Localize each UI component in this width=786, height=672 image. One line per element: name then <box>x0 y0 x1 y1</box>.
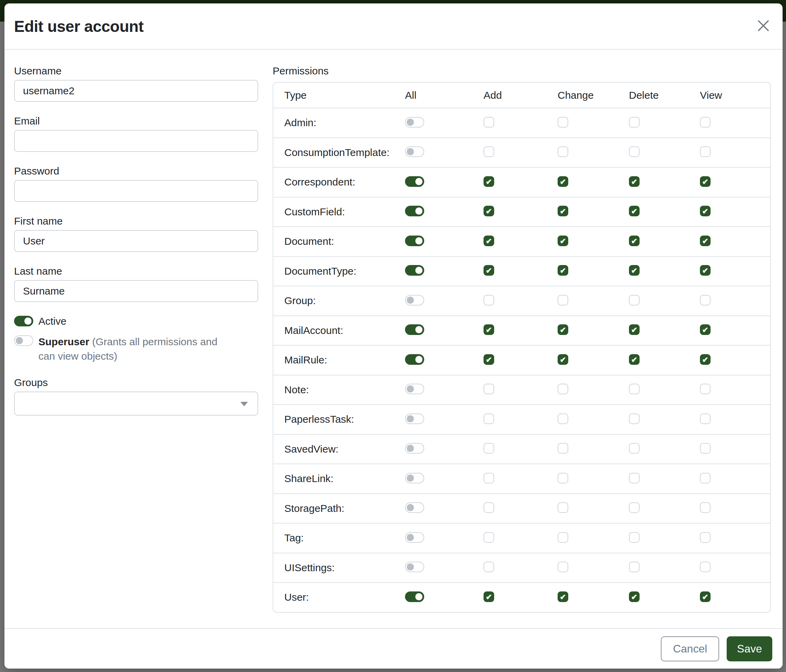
permission-view-checkbox[interactable] <box>700 324 711 335</box>
permission-all-toggle[interactable] <box>405 146 424 157</box>
permission-all-toggle[interactable] <box>405 176 424 187</box>
permission-add-checkbox[interactable] <box>484 206 494 216</box>
permission-change-checkbox[interactable] <box>558 592 568 602</box>
permission-delete-checkbox[interactable] <box>629 146 640 157</box>
permission-change-checkbox[interactable] <box>558 562 568 572</box>
user-form: Username Email Password First name Last … <box>14 65 258 625</box>
permission-add-checkbox[interactable] <box>484 443 494 454</box>
cancel-button[interactable]: Cancel <box>661 636 719 661</box>
permission-change-checkbox[interactable] <box>558 413 568 424</box>
permission-add-checkbox[interactable] <box>484 502 494 513</box>
permission-add-checkbox[interactable] <box>484 592 494 602</box>
permission-change-checkbox[interactable] <box>558 473 568 484</box>
permission-change-checkbox[interactable] <box>558 236 568 246</box>
permission-view-checkbox[interactable] <box>700 592 711 602</box>
permission-view-checkbox[interactable] <box>700 473 711 484</box>
permission-change-checkbox[interactable] <box>558 354 568 365</box>
permission-delete-checkbox[interactable] <box>629 413 640 424</box>
email-input[interactable] <box>14 130 258 152</box>
permission-delete-checkbox[interactable] <box>629 562 640 572</box>
permission-add-checkbox[interactable] <box>484 265 494 276</box>
permission-delete-checkbox[interactable] <box>629 295 640 306</box>
permission-view-checkbox[interactable] <box>700 236 711 246</box>
permission-delete-checkbox[interactable] <box>629 117 640 127</box>
permission-add-checkbox[interactable] <box>484 176 494 187</box>
permission-all-toggle[interactable] <box>405 265 424 276</box>
permission-all-toggle[interactable] <box>405 206 424 216</box>
first-name-input[interactable] <box>14 230 258 252</box>
permission-all-toggle[interactable] <box>405 592 424 602</box>
permission-all-toggle[interactable] <box>405 295 424 306</box>
permission-delete-checkbox[interactable] <box>629 354 640 365</box>
permission-all-toggle[interactable] <box>405 443 424 454</box>
permission-delete-checkbox[interactable] <box>629 532 640 543</box>
permission-add-checkbox[interactable] <box>484 354 494 365</box>
username-input[interactable] <box>14 80 258 102</box>
save-button[interactable]: Save <box>727 636 772 661</box>
permission-delete-checkbox[interactable] <box>629 206 640 216</box>
permission-view-checkbox[interactable] <box>700 502 711 513</box>
permission-add-checkbox[interactable] <box>484 236 494 246</box>
permission-view-checkbox[interactable] <box>700 532 711 543</box>
permission-view-checkbox[interactable] <box>700 413 711 424</box>
permission-delete-checkbox[interactable] <box>629 443 640 454</box>
groups-select[interactable] <box>14 391 258 416</box>
permission-row: Document: <box>273 226 770 256</box>
permission-delete-checkbox[interactable] <box>629 324 640 335</box>
last-name-input[interactable] <box>14 280 258 302</box>
permission-all-toggle[interactable] <box>405 532 424 543</box>
active-toggle[interactable] <box>14 316 33 327</box>
superuser-toggle[interactable] <box>14 335 33 346</box>
permission-change-checkbox[interactable] <box>558 117 568 127</box>
permission-change-checkbox[interactable] <box>558 384 568 394</box>
permission-change-checkbox[interactable] <box>558 324 568 335</box>
permission-view-checkbox[interactable] <box>700 443 711 454</box>
permission-delete-checkbox[interactable] <box>629 236 640 246</box>
column-header-all: All <box>403 89 473 101</box>
permission-view-checkbox[interactable] <box>700 146 711 157</box>
permission-delete-checkbox[interactable] <box>629 384 640 394</box>
permission-all-toggle[interactable] <box>405 236 424 246</box>
permission-all-toggle[interactable] <box>405 502 424 513</box>
permission-add-checkbox[interactable] <box>484 562 494 572</box>
permission-view-checkbox[interactable] <box>700 117 711 127</box>
permission-change-checkbox[interactable] <box>558 502 568 513</box>
permission-delete-checkbox[interactable] <box>629 502 640 513</box>
permission-change-checkbox[interactable] <box>558 176 568 187</box>
permission-add-checkbox[interactable] <box>484 324 494 335</box>
permission-change-checkbox[interactable] <box>558 206 568 216</box>
permission-view-checkbox[interactable] <box>700 176 711 187</box>
permission-add-checkbox[interactable] <box>484 117 494 127</box>
permission-delete-checkbox[interactable] <box>629 592 640 602</box>
permission-add-checkbox[interactable] <box>484 532 494 543</box>
permission-change-checkbox[interactable] <box>558 532 568 543</box>
close-button[interactable] <box>755 17 772 35</box>
permission-all-toggle[interactable] <box>405 562 424 572</box>
permission-change-checkbox[interactable] <box>558 146 568 157</box>
permission-all-toggle[interactable] <box>405 413 424 424</box>
permission-change-checkbox[interactable] <box>558 295 568 306</box>
permission-view-checkbox[interactable] <box>700 384 711 394</box>
permission-delete-checkbox[interactable] <box>629 473 640 484</box>
permission-view-checkbox[interactable] <box>700 295 711 306</box>
permission-add-checkbox[interactable] <box>484 413 494 424</box>
permission-view-checkbox[interactable] <box>700 562 711 572</box>
permission-add-checkbox[interactable] <box>484 146 494 157</box>
permission-view-checkbox[interactable] <box>700 206 711 216</box>
permission-add-checkbox[interactable] <box>484 295 494 306</box>
permission-change-checkbox[interactable] <box>558 443 568 454</box>
password-input[interactable] <box>14 180 258 202</box>
permission-all-toggle[interactable] <box>405 324 424 335</box>
permission-delete-checkbox[interactable] <box>629 176 640 187</box>
permission-delete-checkbox[interactable] <box>629 265 640 276</box>
permission-view-checkbox[interactable] <box>700 265 711 276</box>
permission-add-checkbox[interactable] <box>484 473 494 484</box>
permission-all-toggle[interactable] <box>405 384 424 394</box>
permission-type-label: UISettings: <box>273 562 403 574</box>
permission-all-toggle[interactable] <box>405 354 424 365</box>
permission-all-toggle[interactable] <box>405 117 424 127</box>
permission-all-toggle[interactable] <box>405 473 424 484</box>
permission-view-checkbox[interactable] <box>700 354 711 365</box>
permission-change-checkbox[interactable] <box>558 265 568 276</box>
permission-add-checkbox[interactable] <box>484 384 494 394</box>
